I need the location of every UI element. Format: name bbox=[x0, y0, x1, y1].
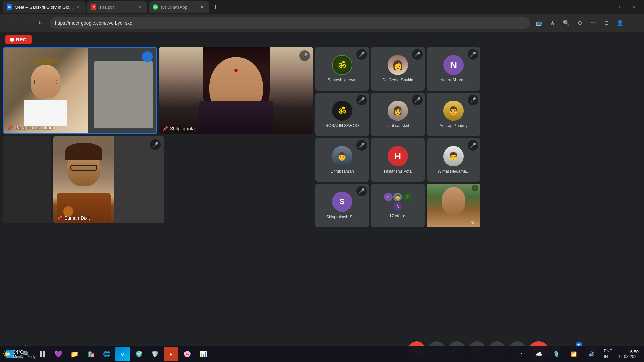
tile-suman: 🎤 📌 Suman Dixit bbox=[53, 136, 164, 223]
tab-favicon-meet: M bbox=[7, 4, 12, 10]
tile-anurag: 🎤 👨 Anurag Pandey bbox=[427, 93, 480, 136]
name-sarit: sarit sanskrit bbox=[384, 123, 411, 128]
tile-others: P 👨 ॐ A 17 others bbox=[371, 184, 425, 227]
avatar-anurag: 👨 bbox=[443, 101, 464, 121]
tab-close-meet[interactable]: ✕ bbox=[75, 4, 82, 10]
tile-geeta: 🎤 👩 Dr. Geeta Shukla bbox=[371, 47, 425, 90]
powerpoint-taskbar-button[interactable]: P bbox=[164, 347, 178, 361]
screen-cast-icon[interactable]: 📺 bbox=[534, 18, 545, 28]
tab-close-pdf[interactable]: ✕ bbox=[137, 4, 143, 10]
name-geeta: Dr. Geeta Shukla bbox=[380, 78, 415, 82]
browser-chrome: M Meet – Sanskrit Glory in Glo... ✕ P Th… bbox=[0, 0, 644, 32]
name-rosalin: ROSALIN SAHOO bbox=[323, 123, 361, 128]
avatar-shivprakash: S bbox=[332, 192, 352, 212]
reload-button[interactable]: ↻ bbox=[35, 18, 46, 28]
collections-icon[interactable]: ⊟ bbox=[601, 18, 612, 28]
tab-favicon-pdf: P bbox=[91, 4, 96, 10]
tab-pdf[interactable]: P Tha.pdf ✕ bbox=[87, 1, 147, 13]
tile-empty bbox=[3, 136, 51, 223]
mute-icon-suman: 🎤 bbox=[150, 139, 161, 150]
avatar-rosalin: ॐ bbox=[332, 101, 352, 121]
system-tray: ∧ ☁️ 🎙️ 📶 🔊 ENGIN 16:50 12-08-2022 bbox=[512, 347, 641, 361]
shilpi-bg bbox=[159, 47, 313, 134]
name-mkraman: Dr.mk raman bbox=[329, 169, 356, 174]
back-button[interactable]: ← bbox=[5, 18, 16, 28]
browser-actions: 📺 𝐀 🔍 ⊕ ☆ ⊟ 👤 ⋯ bbox=[534, 18, 639, 28]
language-indicator[interactable]: ENGIN bbox=[601, 349, 615, 359]
om-symbol-rosalin: ॐ bbox=[338, 106, 346, 116]
mute-anurag: 🎤 bbox=[468, 95, 478, 105]
tile-rosalin: 🎤 ॐ ROSALIN SAHOO bbox=[315, 93, 369, 136]
mute-shivprakash: 🎤 bbox=[356, 186, 367, 196]
tray-time[interactable]: 16:50 12-08-2022 bbox=[618, 349, 639, 359]
mute-sarit: 🎤 bbox=[412, 95, 423, 105]
avatar-neeru: N bbox=[443, 55, 464, 75]
mute-geeta: 🎤 bbox=[412, 49, 423, 60]
close-button[interactable]: ✕ bbox=[626, 2, 641, 12]
top-row: 🎵 📌 Rana Purushottam bbox=[3, 47, 313, 134]
mute-neeru: 🎤 bbox=[468, 49, 478, 60]
task-view-button[interactable] bbox=[35, 347, 50, 361]
mic-tray-icon[interactable]: 🎙️ bbox=[549, 347, 564, 361]
rec-dot bbox=[10, 38, 14, 42]
avatar-sarit: 👩 bbox=[388, 101, 408, 121]
avatar-wimal: 👨 bbox=[443, 146, 464, 166]
petal-taskbar-button[interactable]: 🌸 bbox=[180, 347, 195, 361]
read-mode-icon[interactable]: 𝐀 bbox=[547, 18, 558, 28]
internet-taskbar-button[interactable]: 🌍 bbox=[131, 347, 146, 361]
network-icon[interactable]: 📶 bbox=[567, 347, 581, 361]
window-controls: ─ □ ✕ bbox=[595, 2, 641, 12]
teams-taskbar-button[interactable]: 💜 bbox=[51, 347, 66, 361]
forward-button[interactable]: → bbox=[20, 18, 31, 28]
new-tab-button[interactable]: + bbox=[210, 2, 220, 12]
others-avatars: P 👨 ॐ A bbox=[383, 193, 413, 211]
avatar-himanshu: H bbox=[388, 146, 408, 166]
search-icon[interactable]: 🔍 bbox=[561, 18, 572, 28]
store-taskbar-button[interactable]: 🛍️ bbox=[83, 347, 98, 361]
tile-neeru: 🎤 N Neeru Sharma bbox=[427, 47, 480, 90]
avatar-santosh: ॐ bbox=[332, 55, 352, 75]
lens-icon[interactable]: ⊕ bbox=[574, 18, 585, 28]
svg-rect-0 bbox=[40, 351, 42, 354]
clock-date: 12-08-2022 bbox=[618, 354, 639, 359]
mute-rosalin: 🎤 bbox=[356, 95, 367, 105]
clock-time: 16:50 bbox=[618, 349, 639, 354]
profile-icon[interactable]: 👤 bbox=[614, 18, 625, 28]
svg-rect-3 bbox=[43, 354, 45, 357]
rec-button[interactable]: REC bbox=[5, 35, 32, 44]
edge-taskbar-button[interactable]: e bbox=[115, 347, 130, 361]
you-face bbox=[442, 187, 465, 214]
you-expand-icon[interactable]: ⤢ bbox=[472, 185, 478, 191]
tray-expand-button[interactable]: ∧ bbox=[514, 347, 529, 361]
tile-wimal: 🎤 👨 Wimal Hewama... bbox=[427, 138, 480, 182]
meet-app: REC bbox=[0, 32, 644, 362]
tab-favicon-whatsapp: W bbox=[153, 4, 158, 10]
antivirus-taskbar-button[interactable]: 🛡️ bbox=[148, 347, 162, 361]
suman-name-label: Suman Dixit bbox=[64, 215, 90, 221]
mute-icon-shilpi: 🎤 bbox=[299, 50, 310, 61]
tab-close-whatsapp[interactable]: ✕ bbox=[199, 4, 205, 10]
you-label: You bbox=[471, 221, 478, 225]
tab-meet[interactable]: M Meet – Sanskrit Glory in Glo... ✕ bbox=[3, 1, 86, 13]
url-bar[interactable]: https://meet.google.com/cvc-bycf-sxo bbox=[50, 17, 530, 29]
minimize-button[interactable]: ─ bbox=[595, 2, 610, 12]
favorites-icon[interactable]: ☆ bbox=[588, 18, 598, 28]
volume-icon[interactable]: 🔊 bbox=[584, 347, 599, 361]
avatar-geeta: 👩 bbox=[388, 55, 408, 75]
weather-widget: 🌤️ 34°C Mostly cloudy bbox=[3, 347, 36, 361]
explorer-taskbar-button[interactable]: 📁 bbox=[67, 347, 82, 361]
svg-rect-1 bbox=[43, 351, 45, 354]
maximize-button[interactable]: □ bbox=[610, 2, 626, 12]
task-view-icon bbox=[39, 351, 45, 357]
tile-santosh: 🎤 ॐ Santosh kanwar bbox=[315, 47, 369, 90]
settings-more-icon[interactable]: ⋯ bbox=[628, 18, 639, 28]
mute-mkraman: 🎤 bbox=[356, 140, 367, 151]
app-taskbar-button[interactable]: 📊 bbox=[196, 347, 211, 361]
video-area: 🎵 📌 Rana Purushottam bbox=[0, 47, 644, 338]
tab-whatsapp[interactable]: W (8) WhatsApp ✕ bbox=[149, 1, 209, 13]
bottom-row: 🎤 📌 Suman Dixit bbox=[3, 136, 313, 223]
weather-desc: Mostly cloudy bbox=[13, 355, 36, 359]
right-grid: 🎤 ॐ Santosh kanwar 🎤 👩 Dr. Geeta Shukla bbox=[315, 47, 480, 338]
shilpi-name-label: Shilpi gupta bbox=[170, 126, 195, 131]
browser-taskbar-button[interactable]: 🌐 bbox=[99, 347, 114, 361]
